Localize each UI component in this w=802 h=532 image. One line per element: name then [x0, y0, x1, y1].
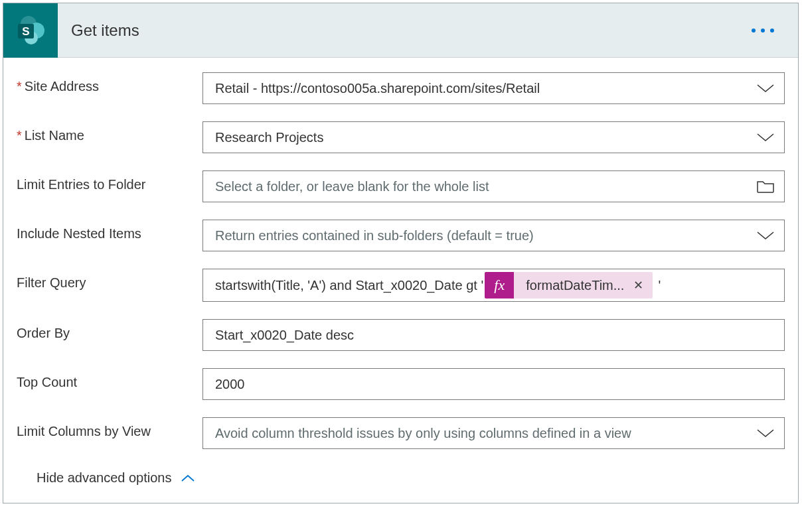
filter-query-field[interactable]: startswith(Title, 'A') and Start_x0020_D…	[202, 269, 785, 302]
order-by-row: Order By Start_x0020_Date desc	[17, 319, 785, 351]
filter-query-text: startswith(Title, 'A') and Start_x0020_D…	[215, 278, 483, 293]
more-menu-button[interactable]	[752, 29, 774, 33]
limit-columns-row: Limit Columns by View Avoid column thres…	[17, 417, 785, 449]
top-count-field[interactable]: 2000	[202, 368, 785, 400]
order-by-field[interactable]: Start_x0020_Date desc	[202, 319, 785, 351]
list-name-label: *List Name	[17, 121, 202, 143]
sharepoint-logo: S	[3, 3, 58, 58]
site-address-row: *Site Address Retail - https://contoso00…	[17, 72, 785, 104]
chevron-down-icon	[756, 230, 775, 241]
chevron-up-icon	[181, 474, 195, 483]
top-count-label: Top Count	[17, 368, 202, 390]
svg-text:S: S	[22, 25, 29, 38]
list-name-row: *List Name Research Projects	[17, 121, 785, 153]
chevron-down-icon	[756, 132, 775, 143]
folder-icon[interactable]	[756, 179, 775, 194]
fx-icon: fx	[485, 272, 514, 299]
top-count-row: Top Count 2000	[17, 368, 785, 400]
site-address-label: *Site Address	[17, 72, 202, 94]
card-header: S Get items	[3, 3, 798, 58]
limit-columns-field[interactable]: Avoid column threshold issues by only us…	[202, 417, 785, 449]
toggle-advanced-options[interactable]: Hide advanced options	[17, 466, 785, 498]
list-name-field[interactable]: Research Projects	[202, 121, 785, 153]
action-card: S Get items *Site Address Retail - https…	[3, 3, 799, 503]
toggle-advanced-label: Hide advanced options	[37, 470, 171, 486]
expression-pill[interactable]: fx formatDateTim... ✕	[485, 272, 653, 299]
chevron-down-icon	[756, 83, 775, 94]
remove-pill-button[interactable]: ✕	[631, 278, 653, 293]
include-nested-label: Include Nested Items	[17, 220, 202, 241]
limit-folder-label: Limit Entries to Folder	[17, 170, 202, 192]
filter-query-row: Filter Query startswith(Title, 'A') and …	[17, 269, 785, 302]
card-title: Get items	[71, 21, 752, 40]
limit-columns-label: Limit Columns by View	[17, 417, 202, 439]
include-nested-row: Include Nested Items Return entries cont…	[17, 220, 785, 251]
include-nested-field[interactable]: Return entries contained in sub-folders …	[202, 220, 785, 251]
limit-folder-field[interactable]: Select a folder, or leave blank for the …	[202, 170, 785, 202]
card-body: *Site Address Retail - https://contoso00…	[3, 58, 798, 503]
chevron-down-icon	[756, 428, 775, 438]
order-by-label: Order By	[17, 319, 202, 341]
expression-pill-label: formatDateTim...	[514, 278, 631, 293]
limit-folder-row: Limit Entries to Folder Select a folder,…	[17, 170, 785, 202]
site-address-field[interactable]: Retail - https://contoso005a.sharepoint.…	[202, 72, 785, 104]
filter-query-label: Filter Query	[17, 269, 202, 291]
filter-query-trailing: '	[658, 278, 661, 293]
